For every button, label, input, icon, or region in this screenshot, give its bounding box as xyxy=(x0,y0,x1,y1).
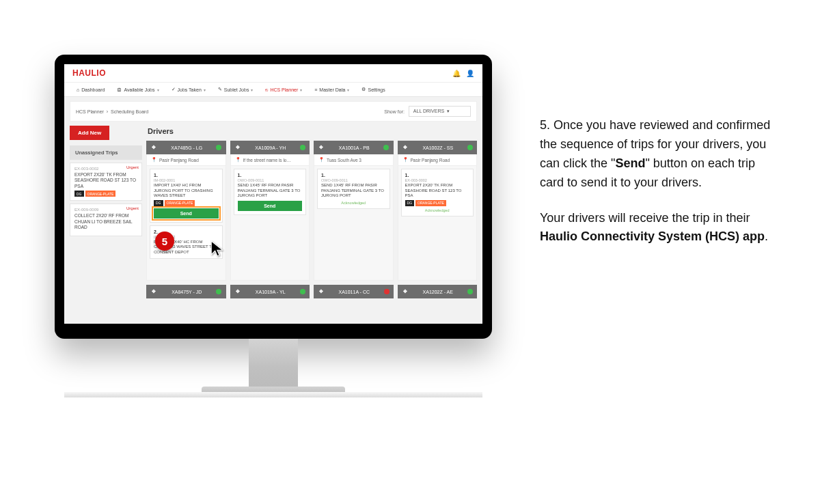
trip-card[interactable]: 1.OWO-009-0011SEND 1X45' RF FROM PASIR P… xyxy=(317,169,390,209)
nav-master-data[interactable]: ≡Master Data▾ xyxy=(309,83,355,96)
driver-header[interactable]: ✥XA1011A - CC xyxy=(314,285,394,298)
status-dot xyxy=(467,145,473,150)
brand-logo: HAULIO xyxy=(72,68,106,78)
ack-label: Acknowledged xyxy=(405,208,470,212)
breadcrumb: HCS Planner › Scheduling Board xyxy=(76,109,148,114)
status-dot xyxy=(383,145,389,150)
nav-sublet-jobs[interactable]: ✎Sublet Jobs▾ xyxy=(213,83,259,96)
trip-card[interactable]: 1.EX-003-0002EXPORT 2X20' TK FROM SEASHO… xyxy=(401,169,474,216)
expand-icon[interactable]: ✥ xyxy=(150,288,157,295)
nav-dashboard[interactable]: ⌂Dashboard xyxy=(71,83,110,96)
nav-jobs-taken[interactable]: ✓Jobs Taken▾ xyxy=(166,83,211,96)
status-dot xyxy=(216,289,221,294)
showfor-select[interactable]: ALL DRIVERS ▾ xyxy=(409,106,471,117)
driver-location: 📍If the street name is lo… xyxy=(230,154,310,166)
trip-card[interactable]: 1.IM-002-0001IMPORT 1X40' HC FROM JURONG… xyxy=(150,169,223,223)
unassigned-header: Unassigned Trips xyxy=(70,145,142,160)
app-screen: HAULIO 🔔 👤 ⌂Dashboard 🗓Available Jobs▾ ✓… xyxy=(64,64,482,324)
driver-header[interactable]: ✥ XA1002Z - SS xyxy=(398,141,478,154)
cursor-icon xyxy=(209,240,227,257)
pin-icon: 📍 xyxy=(235,157,241,163)
send-button[interactable]: Send xyxy=(154,208,219,219)
driver-location: 📍Pasir Panjang Road xyxy=(398,154,478,166)
expand-icon[interactable]: ✥ xyxy=(150,144,157,151)
expand-icon[interactable]: ✥ xyxy=(318,288,325,295)
expand-icon[interactable]: ✥ xyxy=(318,144,325,151)
breadcrumb-bar: HCS Planner › Scheduling Board Show for:… xyxy=(70,101,477,122)
showfor-label: Show for: xyxy=(384,109,405,114)
expand-icon[interactable]: ✥ xyxy=(234,288,241,295)
status-dot xyxy=(216,145,221,150)
unassigned-card[interactable]: Urgent EX-003-0002 EXPORT 2X20' TK FROM … xyxy=(70,163,142,201)
status-dot xyxy=(300,145,305,150)
driver-header[interactable]: ✥ XA7485G - LG xyxy=(146,141,226,154)
topbar: HAULIO 🔔 👤 xyxy=(64,64,482,83)
unassigned-card[interactable]: Urgent EX-009-0009 COLLECT 2X20' RF FROM… xyxy=(70,204,142,236)
status-dot xyxy=(467,289,473,294)
driver-header[interactable]: ✥ XA1001A - PB xyxy=(314,141,394,154)
driver-location: 📍Tuas South Ave 3 xyxy=(314,154,394,166)
nav-available-jobs[interactable]: 🗓Available Jobs▾ xyxy=(111,83,164,96)
pin-icon: 📍 xyxy=(402,157,409,163)
driver-location: 📍Pasir Panjang Road xyxy=(146,154,226,166)
pin-icon: 📍 xyxy=(151,157,157,163)
pin-icon: 📍 xyxy=(318,157,325,163)
driver-header[interactable]: ✥XA8475Y - JD xyxy=(146,285,226,298)
send-button[interactable]: Send xyxy=(238,201,303,211)
instruction-followup: Your drivers will receive the trip in th… xyxy=(540,209,779,247)
expand-icon[interactable]: ✥ xyxy=(402,288,409,295)
step-5-marker: 5 xyxy=(155,232,174,251)
bell-icon[interactable]: 🔔 xyxy=(452,70,461,77)
instruction-panel: 5. Once you have reviewed and confirmed … xyxy=(526,0,820,504)
expand-icon[interactable]: ✥ xyxy=(402,144,409,151)
main-nav: ⌂Dashboard 🗓Available Jobs▾ ✓Jobs Taken▾… xyxy=(64,83,482,97)
add-new-button[interactable]: Add New xyxy=(70,126,109,140)
instruction-step-5: 5. Once you have reviewed and confirmed … xyxy=(540,116,779,193)
status-dot xyxy=(300,289,305,294)
ack-label: Acknowledged xyxy=(321,201,386,205)
monitor-mockup: HAULIO 🔔 👤 ⌂Dashboard 🗓Available Jobs▾ ✓… xyxy=(55,55,492,397)
nav-hcs-planner[interactable]: ⎋HCS Planner▾ xyxy=(260,83,308,96)
drivers-title: Drivers xyxy=(148,127,477,135)
driver-header[interactable]: ✥XA1202Z - AE xyxy=(398,285,478,298)
driver-header[interactable]: ✥XA1019A - YL xyxy=(230,285,310,298)
expand-icon[interactable]: ✥ xyxy=(234,144,241,151)
trip-card[interactable]: 1.OWO-009-0011SEND 1X45' RF FROM PASIR P… xyxy=(234,169,307,215)
user-icon[interactable]: 👤 xyxy=(466,70,474,77)
driver-header[interactable]: ✥ XA1009A - YH xyxy=(230,141,310,154)
illustration-panel: HAULIO 🔔 👤 ⌂Dashboard 🗓Available Jobs▾ ✓… xyxy=(0,0,526,504)
nav-settings[interactable]: ⚙Settings xyxy=(356,83,390,96)
status-dot xyxy=(384,289,390,294)
